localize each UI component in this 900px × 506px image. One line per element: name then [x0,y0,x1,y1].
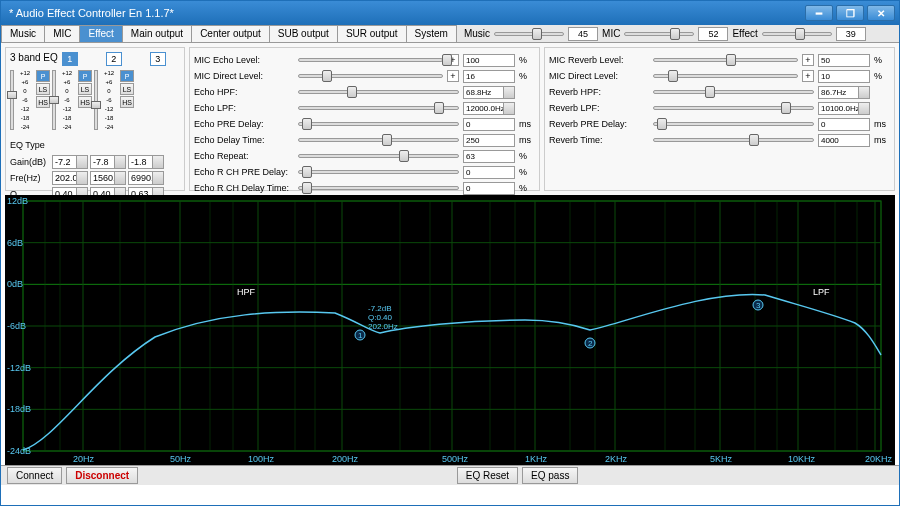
mic-slider-label: MIC [602,28,620,39]
echo-8-label: Echo R CH Delay Time: [194,183,294,193]
music-slider[interactable] [494,32,564,36]
reverb-4-value[interactable]: 0 [818,118,870,131]
reverb-3-value[interactable]: 10100.0Hz [818,102,870,115]
tab-mic[interactable]: MIC [44,25,80,42]
reverb-0-value[interactable]: 50 [818,54,870,67]
echo-6-value[interactable]: 63 [463,150,515,163]
eq-graph[interactable]: HPF LPF 1-7.2dBQ:0.40202.0Hz23 20Hz50Hz1… [5,195,895,465]
reverb-5-value[interactable]: 4000 [818,134,870,147]
band-3[interactable]: 3 [150,52,166,66]
band-2[interactable]: 2 [106,52,122,66]
reverb-3-slider[interactable] [653,106,814,110]
window-title: * Audio Effect Controller En 1.1.7* [9,7,805,19]
eq-type-label: EQ Type [8,136,182,154]
minimize-button[interactable]: ━ [805,5,833,21]
echo-1-slider[interactable] [298,74,443,78]
tab-system[interactable]: System [406,25,457,42]
echo-0-slider[interactable] [298,58,443,62]
echo-6-slider[interactable] [298,154,459,158]
reverb-0-unit: % [874,55,890,65]
echo-4-slider[interactable] [298,122,459,126]
reverb-1-value[interactable]: 10 [818,70,870,83]
close-button[interactable]: ✕ [867,5,895,21]
echo-1-label: MIC Direct Level: [194,71,294,81]
tab-center-output[interactable]: Center output [191,25,270,42]
svg-text:2KHz: 2KHz [605,454,628,464]
echo-3-slider[interactable] [298,106,459,110]
svg-text:50Hz: 50Hz [170,454,192,464]
reverb-2-value[interactable]: 86.7Hz [818,86,870,99]
disconnect-button[interactable]: Disconnect [66,467,138,484]
reverb-0-plus[interactable]: + [802,54,814,66]
echo-5-slider[interactable] [298,138,459,142]
tab-main-output[interactable]: Main output [122,25,192,42]
svg-text:200Hz: 200Hz [332,454,359,464]
effect-slider[interactable] [762,32,832,36]
reverb-0-slider[interactable] [653,58,798,62]
gain-2-input[interactable]: -7.8 [90,155,126,169]
echo-2-slider[interactable] [298,90,459,94]
band-2-p-button[interactable]: P [78,70,92,82]
gain-3-input[interactable]: -1.8 [128,155,164,169]
echo-7-slider[interactable] [298,170,459,174]
band-1-p-button[interactable]: P [36,70,50,82]
maximize-button[interactable]: ❐ [836,5,864,21]
svg-text:-12dB: -12dB [7,363,31,373]
echo-3-value[interactable]: 12000.0Hz [463,102,515,115]
echo-4-unit: ms [519,119,535,129]
echo-6-label: Echo Repeat: [194,151,294,161]
mic-slider[interactable] [624,32,694,36]
svg-text:12dB: 12dB [7,196,28,206]
tab-sur-output[interactable]: SUR output [337,25,407,42]
band-1-hs-button[interactable]: HS [36,96,50,108]
reverb-3-label: Reverb LPF: [549,103,649,113]
eq-reset-button[interactable]: EQ Reset [457,467,518,484]
reverb-4-slider[interactable] [653,122,814,126]
echo-4-label: Echo PRE Delay: [194,119,294,129]
band-1[interactable]: 1 [62,52,78,66]
tab-effect[interactable]: Effect [79,25,122,42]
reverb-2-slider[interactable] [653,90,814,94]
mic-value[interactable]: 52 [698,27,728,41]
tab-music[interactable]: Music [1,25,45,42]
echo-5-label: Echo Delay Time: [194,135,294,145]
echo-3-label: Echo LPF: [194,103,294,113]
music-slider-label: Music [464,28,490,39]
band-3-ls-button[interactable]: LS [120,83,134,95]
svg-text:6dB: 6dB [7,238,23,248]
svg-text:10KHz: 10KHz [788,454,816,464]
band-3-p-button[interactable]: P [120,70,134,82]
band-2-slider[interactable] [52,70,56,130]
svg-text:-24dB: -24dB [7,446,31,456]
svg-text:5KHz: 5KHz [710,454,733,464]
connect-button[interactable]: Connect [7,467,62,484]
band-1-ls-button[interactable]: LS [36,83,50,95]
eq-pass-button[interactable]: EQ pass [522,467,578,484]
effect-value[interactable]: 39 [836,27,866,41]
echo-7-value[interactable]: 0 [463,166,515,179]
tab-sub-output[interactable]: SUB output [269,25,338,42]
echo-1-plus[interactable]: + [447,70,459,82]
fre-1-input[interactable]: 202.0 [52,171,88,185]
echo-1-value[interactable]: 16 [463,70,515,83]
fre-3-input[interactable]: 6990.0 [128,171,164,185]
reverb-5-slider[interactable] [653,138,814,142]
echo-4-value[interactable]: 0 [463,118,515,131]
band-3-hs-button[interactable]: HS [120,96,134,108]
gain-1-input[interactable]: -7.2 [52,155,88,169]
music-value[interactable]: 45 [568,27,598,41]
echo-5-value[interactable]: 250 [463,134,515,147]
echo-8-slider[interactable] [298,186,459,190]
band-1-slider[interactable] [10,70,14,130]
band-2-hs-button[interactable]: HS [78,96,92,108]
reverb-1-plus[interactable]: + [802,70,814,82]
echo-0-value[interactable]: 100 [463,54,515,67]
band-3-slider[interactable] [94,70,98,130]
eq-title: 3 band EQ [10,52,58,66]
reverb-1-slider[interactable] [653,74,798,78]
echo-2-value[interactable]: 68.8Hz [463,86,515,99]
fre-2-input[interactable]: 1560.0 [90,171,126,185]
echo-8-value[interactable]: 0 [463,182,515,195]
band-2-ls-button[interactable]: LS [78,83,92,95]
svg-text:1: 1 [358,331,363,340]
